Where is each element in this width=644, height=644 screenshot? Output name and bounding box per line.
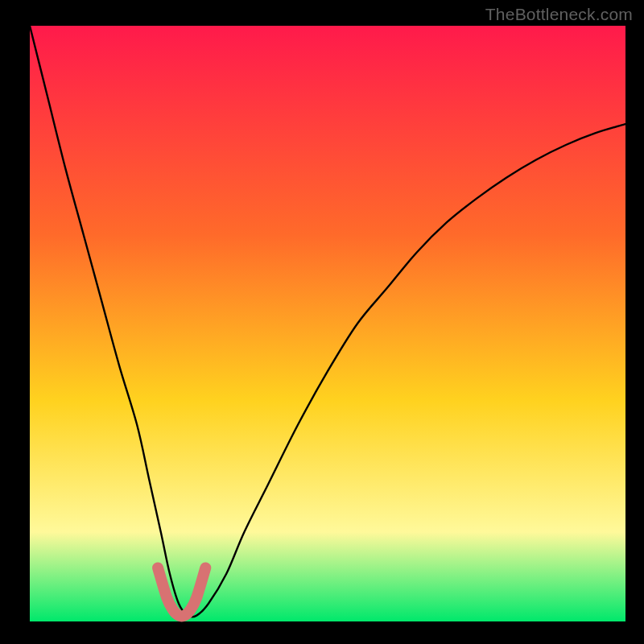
bottleneck-chart <box>0 0 644 644</box>
chart-frame: { "watermark": "TheBottleneck.com", "col… <box>0 0 644 644</box>
plot-area <box>30 26 625 621</box>
watermark-text: TheBottleneck.com <box>485 5 633 24</box>
